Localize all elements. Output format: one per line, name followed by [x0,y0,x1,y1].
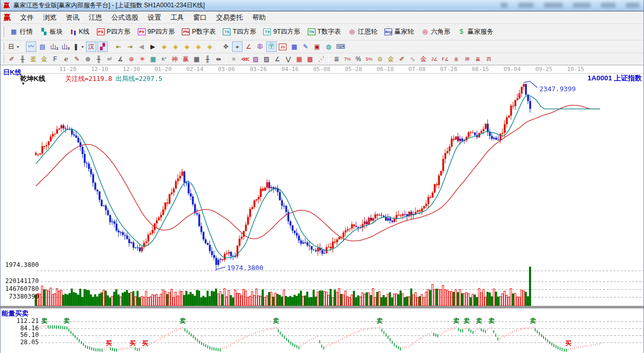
info-panel-button[interactable]: ▤ [37,41,48,52]
market-quotes-button[interactable]: ▦行情 [6,26,36,38]
menu-item-browse[interactable]: 浏览 [39,12,61,23]
gann-wheel-button[interactable]: ◎江恩轮 [345,26,381,38]
f-lines-tool-button[interactable]: F [50,54,60,64]
sectors-button[interactable]: ▚板块 [36,26,66,38]
crosshair-tool-button[interactable]: ＋ [232,41,242,52]
p-square-button[interactable]: PSP四方形 [93,26,134,38]
v-lines-tool-button[interactable]: ⋁ [283,54,293,64]
pane-separator[interactable] [1,306,644,308]
percent-7-tool-button[interactable]: 7% [342,54,352,64]
bars-9-button[interactable]: 山9 [60,41,70,52]
kline-button[interactable]: K线 [66,26,93,38]
red-grid-corner-tool-button[interactable]: ▩ [305,54,315,64]
gold-circle-tool-button[interactable]: ⊜ [375,54,385,64]
j-angle-tool-button[interactable]: J∠ [430,54,439,64]
workstation-button[interactable]: ⌨ [335,41,345,52]
pattern-tool-button[interactable]: 〶 [266,41,277,52]
save-button[interactable]: ▣ [312,41,322,52]
p-number-table-button[interactable]: PNP数字表 [178,26,219,38]
angle-rays-tool-button[interactable]: ∠ [273,54,282,64]
gold-box-tool-button[interactable]: 金 [419,54,428,64]
go-first-button[interactable]: ⇤ [113,41,124,52]
zoom-fit-xy-button[interactable]: ◈ [193,41,204,52]
fan-lines-tool-button[interactable]: ⋘ [240,54,250,64]
n-squared-tool-button[interactable]: n² [105,54,115,64]
calculator-button[interactable]: ▦ [289,41,299,52]
histogram-overlay-button[interactable]: ▞ [97,41,108,52]
pen-tool-button[interactable]: ✐ [7,54,17,64]
menu-item-settings[interactable]: 设置 [144,12,165,23]
menu-item-news[interactable]: 资讯 [62,12,83,23]
9p-square-button[interactable]: P99P四方形 [134,26,179,38]
calendar-button[interactable]: 21 [278,41,288,52]
pen-ruler-tool-button[interactable]: ✎ [72,54,82,64]
steps-chart-tool-button[interactable]: ≣ [332,54,341,64]
hand-tool-button[interactable]: ✥ [221,41,231,52]
four-angle-tool-button[interactable]: 四∠ [484,54,494,64]
percent-5-tool-button[interactable]: 5% [364,54,374,64]
zigzag-overlay-button[interactable]: 〰 [26,41,36,52]
hash-lines-tool-button[interactable]: ╫ [94,54,104,64]
star-web-tool-button[interactable]: ✳ [137,54,147,64]
menu-item-tools[interactable]: 工具 [166,12,188,23]
chart-globe-button[interactable]: ◍ [323,41,334,52]
t-number-table-button[interactable]: TNT数字表 [304,26,345,38]
p-number-table-icon: PN [182,29,190,35]
title-bar[interactable]: 赢 赢家江恩专业版[赢家内部服务平台] - [上证指数 SH1A0001-234… [1,0,643,11]
shen-grid-tool-button[interactable]: 神 [170,54,180,64]
9t-square-button[interactable]: T99T四方形 [260,26,304,38]
candle-style-button[interactable]: ❚▼ [71,41,85,52]
wave-overlay-tool-button[interactable]: ∿ [408,54,418,64]
winner-wheel-button[interactable]: Big赢家轮 [381,26,418,38]
angle-measure-tool-button[interactable]: ∠ [244,41,254,52]
span-lines-tool-button[interactable]: ╫ [203,54,212,64]
menu-item-gann[interactable]: 江恩 [84,12,106,23]
angle-pen-tool-button[interactable]: ∡ [116,54,125,64]
hanzi-marks-button[interactable]: 汉 [86,41,96,52]
spiral-tool-button[interactable]: ℯ [61,54,71,64]
zoom-in-x-button[interactable]: ◈ [170,41,181,52]
menu-item-window[interactable]: 窗口 [189,12,211,23]
chart-canvas[interactable] [1,65,644,353]
width-measure-tool-button[interactable]: ⇹ [213,54,223,64]
menu-item-formula-stock-pick[interactable]: 公式选股 [107,12,142,23]
zoom-fit-x-button[interactable]: ◈ [182,41,192,52]
f-angle-tool-button[interactable]: F∠ [440,54,450,64]
grid-lines-tool-button[interactable]: ╫ [18,54,27,64]
winner-service-button[interactable]: $赢家服务 [454,26,497,38]
parallel-lines-tool-button[interactable]: ⋰ [316,54,326,64]
menu-item-file[interactable]: 文件 [16,12,38,23]
ying-grid-tool-button[interactable]: 赢 [181,54,191,64]
page-next-button[interactable]: ▶ [148,41,158,52]
circle-grid-tool-button[interactable]: ⊛ [83,54,93,64]
gold-lines-tool-button[interactable]: 金 [39,54,49,64]
web-square-tool-button[interactable]: ▦ [148,54,158,64]
hexagon-button[interactable]: ◎六角形 [418,26,454,38]
gold-level-tool-button[interactable]: 金 [386,54,396,64]
gold-kettle-tool-button[interactable]: 釜 [28,54,38,64]
t-square-button[interactable]: TST四方形 [219,26,260,38]
brush-tool-button[interactable]: ✐ [397,54,407,64]
numbered-grid-tool-button[interactable]: ▦ [192,54,202,64]
go-last-button[interactable]: ⇥ [125,41,135,52]
menu-item-trade-entrust[interactable]: 交易委托 [212,12,247,23]
target-circle-tool-button[interactable]: ⊕ [126,54,136,64]
ying-angle-tool-button[interactable]: 赢∠ [473,54,483,64]
k-quote-tool-button[interactable]: K" [159,54,169,64]
web-square-tool-icon: ▦ [149,55,157,63]
menu-item-help[interactable]: 帮助 [248,12,270,23]
shaded-box-tool-button[interactable]: ▧ [262,54,271,64]
page-prev-button[interactable]: ◀ [136,41,147,52]
zoom-all-button[interactable]: ◈ [205,41,215,52]
gold-angle-tool-button[interactable]: 金∠ [451,54,461,64]
fan-box-tool-button[interactable]: ▨ [251,54,261,64]
percent-tool-button[interactable]: % [353,54,363,64]
gann-string-tool-button[interactable]: 串 [255,41,265,52]
notes-button[interactable]: ✎ [300,41,311,52]
red-grid-tool-button[interactable]: ▦ [294,54,304,64]
period-day-button[interactable]: 日▼ [7,41,20,52]
zoom-out-x-button[interactable]: ◈ [159,41,169,52]
box-tool-button[interactable]: ⌗ [229,54,239,64]
shen-angle-tool-button[interactable]: 神∠ [462,54,472,64]
bars-3-button[interactable]: 山3 [49,41,59,52]
